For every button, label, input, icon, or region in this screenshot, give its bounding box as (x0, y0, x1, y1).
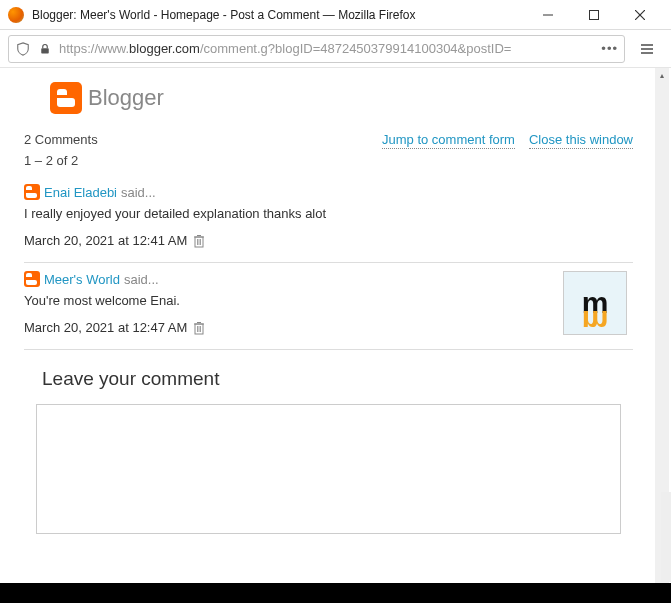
comment-count: 2 Comments (24, 132, 98, 147)
right-gutter (661, 492, 671, 582)
url-domain: blogger. (129, 41, 175, 56)
comment-body: You're most welcome Enai. (24, 293, 633, 308)
blogger-brand: Blogger (88, 85, 164, 111)
url-path: /comment.g?blogID=4872450379914100304&po… (200, 41, 512, 56)
leave-comment-heading: Leave your comment (24, 350, 633, 404)
blogger-header: Blogger (0, 68, 653, 132)
delete-icon[interactable] (193, 234, 205, 248)
window-titlebar: Blogger: Meer's World - Homepage - Post … (0, 0, 671, 30)
comment-textarea[interactable] (36, 404, 621, 534)
url-field[interactable]: https://www.blogger.com/comment.g?blogID… (8, 35, 625, 63)
maximize-button[interactable] (571, 0, 617, 30)
svg-rect-4 (41, 48, 49, 53)
minimize-button[interactable] (525, 0, 571, 30)
blogger-logo-icon (50, 82, 82, 114)
close-button[interactable] (617, 0, 663, 30)
jump-to-form-link[interactable]: Jump to comment form (382, 132, 515, 149)
blogger-mini-icon (24, 271, 40, 287)
blogger-mini-icon (24, 184, 40, 200)
comment-item: Enai Eladebi said... I really enjoyed yo… (24, 176, 633, 263)
bottom-strip (0, 583, 671, 603)
comment-author-link[interactable]: Meer's World (44, 272, 120, 287)
delete-icon[interactable] (193, 321, 205, 335)
comment-author-link[interactable]: Enai Eladebi (44, 185, 117, 200)
firefox-icon (8, 7, 24, 23)
close-window-link[interactable]: Close this window (529, 132, 633, 149)
url-tld: com (175, 41, 200, 56)
window-title: Blogger: Meer's World - Homepage - Post … (32, 8, 525, 22)
address-bar: https://www.blogger.com/comment.g?blogID… (0, 30, 671, 68)
shield-icon (15, 41, 31, 57)
said-text: said... (124, 272, 159, 287)
comment-date: March 20, 2021 at 12:41 AM (24, 233, 187, 248)
lock-icon (37, 41, 53, 57)
said-text: said... (121, 185, 156, 200)
comment-range: 1 – 2 of 2 (24, 153, 98, 168)
menu-button[interactable] (631, 35, 663, 63)
url-proto: https://www. (59, 41, 129, 56)
svg-rect-1 (590, 10, 599, 19)
avatar: m m (563, 271, 627, 335)
comment-item: m m Meer's World said... You're most wel… (24, 263, 633, 350)
page-actions-icon[interactable]: ••• (595, 41, 618, 56)
comment-date: March 20, 2021 at 12:47 AM (24, 320, 187, 335)
scrollbar-up-icon[interactable]: ▴ (655, 68, 669, 82)
page-content: Blogger 2 Comments 1 – 2 of 2 Jump to co… (0, 68, 653, 603)
comment-body: I really enjoyed your detailed explanati… (24, 206, 633, 221)
